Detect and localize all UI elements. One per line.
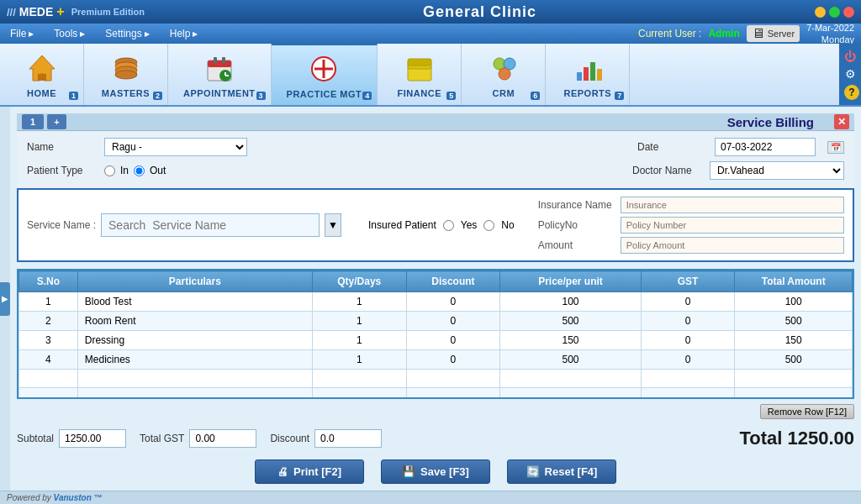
nav-practice-label: PRACTICE MGT xyxy=(287,89,362,99)
doctor-select[interactable]: Dr.Vahead xyxy=(710,161,844,180)
nav-finance-badge: 5 xyxy=(446,92,456,100)
insured-no-label: No xyxy=(501,219,514,231)
nav-home-label: HOME xyxy=(27,88,56,98)
cell-discount: 0 xyxy=(406,350,500,370)
svg-rect-28 xyxy=(597,69,602,81)
cell-particulars: Dressing xyxy=(77,331,312,350)
cell-qty: 1 xyxy=(312,292,406,312)
nav-practice-mgt[interactable]: PRACTICE MGT 4 xyxy=(272,44,378,105)
policy-no-input[interactable] xyxy=(621,217,844,234)
insured-no-radio[interactable] xyxy=(483,220,494,231)
table-row[interactable]: 3 Dressing 1 0 150 0 150 xyxy=(19,331,853,350)
cell-price: 500 xyxy=(500,312,641,331)
nav-home-badge: 1 xyxy=(69,92,78,100)
col-price: Price/per unit xyxy=(500,271,641,292)
minimize-button[interactable] xyxy=(815,7,826,18)
nav-crm[interactable]: CRM 6 xyxy=(462,44,546,105)
insured-patient-label: Insured Patient xyxy=(368,219,436,231)
close-button[interactable] xyxy=(843,7,854,18)
service-search-input[interactable] xyxy=(101,213,320,237)
table-row[interactable]: 4 Medicines 1 0 500 0 500 xyxy=(19,350,853,370)
patient-out-radio[interactable] xyxy=(134,165,145,176)
nav-appointment-badge: 3 xyxy=(256,92,266,100)
table-row[interactable]: 1 Blood Test 1 0 100 0 100 xyxy=(19,292,853,312)
cell-gst: 0 xyxy=(641,292,735,312)
print-button[interactable]: 🖨 Print [F2] xyxy=(255,459,364,484)
help-icon[interactable]: ? xyxy=(844,85,859,100)
cell-total: 100 xyxy=(735,292,853,312)
insurance-name-input[interactable] xyxy=(621,197,844,213)
nav-masters[interactable]: MASTERS 2 xyxy=(84,44,168,105)
patient-in-radio[interactable] xyxy=(104,165,115,176)
maximize-button[interactable] xyxy=(829,7,840,18)
svg-rect-26 xyxy=(584,67,589,81)
col-particulars: Particulars xyxy=(77,271,312,292)
nav-appointment[interactable]: APPOINTMENT 3 xyxy=(168,44,272,105)
svg-rect-21 xyxy=(408,59,431,66)
patient-in-label: In xyxy=(120,165,129,176)
power-icon[interactable]: ⏻ xyxy=(844,50,856,63)
settings-icon[interactable]: ⚙ xyxy=(844,67,856,81)
add-tab-button[interactable]: + xyxy=(47,114,66,129)
discount-input[interactable] xyxy=(314,429,382,448)
cell-discount: 0 xyxy=(406,312,500,331)
sidebar-toggle[interactable]: ▶ xyxy=(0,282,10,316)
svg-rect-11 xyxy=(214,57,217,64)
svg-rect-12 xyxy=(222,57,225,64)
reset-button[interactable]: 🔄 Reset [F4] xyxy=(507,459,616,484)
remove-row-button[interactable]: Remove Row [F12] xyxy=(760,404,854,419)
nav-reports-label: REPORTS xyxy=(563,88,611,98)
help-menu[interactable]: Help▶ xyxy=(166,26,202,41)
nav-finance[interactable]: FINANCE 5 xyxy=(378,44,462,105)
tools-menu[interactable]: Tools▶ xyxy=(50,26,88,41)
date-input[interactable] xyxy=(715,138,816,156)
save-button[interactable]: 💾 Save [F3] xyxy=(381,459,490,484)
close-billing-button[interactable]: ✕ xyxy=(834,114,849,129)
nav-crm-label: CRM xyxy=(493,88,515,98)
col-qty: Qty/Days xyxy=(312,271,406,292)
subtotal-input[interactable] xyxy=(59,429,126,448)
grand-total-display: Total 1250.00 xyxy=(739,428,854,449)
cell-gst: 0 xyxy=(641,350,735,370)
tab-1[interactable]: 1 xyxy=(22,114,44,129)
service-dropdown-button[interactable]: ▼ xyxy=(325,213,341,237)
nav-practice-badge: 4 xyxy=(362,92,372,100)
date-label: Date xyxy=(637,141,705,153)
cell-discount: 0 xyxy=(406,331,500,350)
amount-input[interactable] xyxy=(621,237,844,254)
nav-reports[interactable]: REPORTS 7 xyxy=(546,44,630,105)
app-title: General Clinic xyxy=(145,3,815,21)
server-button[interactable]: 🖥 Server xyxy=(747,25,800,42)
current-user-label: Current User : xyxy=(638,28,701,39)
table-row[interactable]: 2 Room Rent 1 0 500 0 500 xyxy=(19,312,853,331)
svg-rect-25 xyxy=(577,72,582,81)
total-gst-input[interactable] xyxy=(189,429,256,448)
table-header: S.No Particulars Qty/Days Discount Price… xyxy=(19,271,853,292)
name-select[interactable]: Ragu - xyxy=(104,138,247,156)
insured-yes-radio[interactable] xyxy=(443,220,454,231)
cell-sno: 3 xyxy=(19,331,78,350)
svg-point-24 xyxy=(499,68,510,80)
svg-point-8 xyxy=(115,71,137,79)
file-menu[interactable]: File▶ xyxy=(7,26,37,41)
cell-sno: 2 xyxy=(19,312,78,331)
settings-menu[interactable]: Settings▶ xyxy=(102,26,152,41)
nav-home[interactable]: HOME 1 xyxy=(0,44,84,105)
svg-rect-10 xyxy=(208,60,231,67)
date-display: 7-Mar-2022 Monday xyxy=(806,22,854,46)
cell-qty: 1 xyxy=(312,312,406,331)
cell-gst: 0 xyxy=(641,312,735,331)
cell-qty: 1 xyxy=(312,331,406,350)
amount-label: Amount xyxy=(538,239,614,251)
date-picker-icon[interactable]: 📅 xyxy=(827,141,844,154)
insurance-name-label: Insurance Name xyxy=(538,199,614,211)
save-icon: 💾 xyxy=(402,465,415,478)
svg-rect-1 xyxy=(38,74,46,81)
service-name-label: Service Name : xyxy=(27,219,96,231)
cell-sno: 1 xyxy=(19,292,78,312)
print-icon: 🖨 xyxy=(277,465,288,478)
nav-masters-label: MASTERS xyxy=(102,88,150,98)
powered-by-footer: Powered by Vanuston ™ xyxy=(0,491,861,504)
policy-no-label: PolicyNo xyxy=(538,219,614,231)
discount-label: Discount xyxy=(270,433,309,444)
